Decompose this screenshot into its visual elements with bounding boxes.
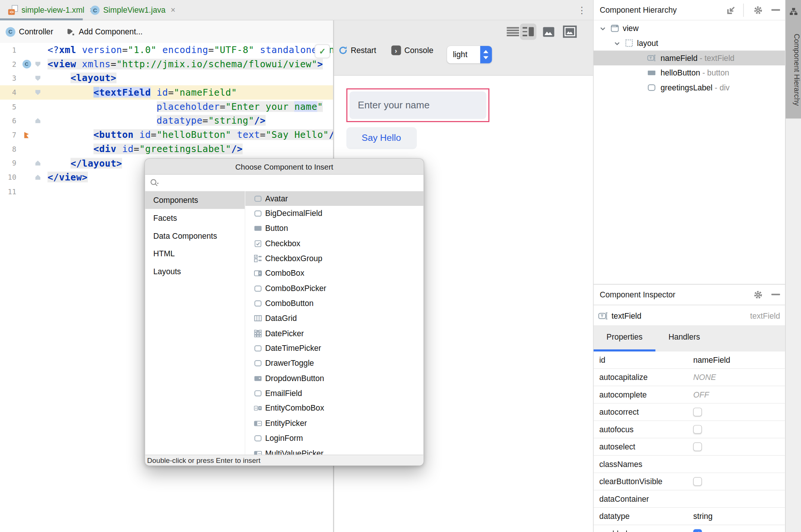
- textfield-icon: [598, 311, 608, 321]
- scroll-to-source-icon[interactable]: [726, 5, 736, 15]
- checkbox-autoselect[interactable]: [693, 442, 702, 451]
- search-icon: [150, 178, 160, 188]
- popup-item-loginform[interactable]: LoginForm: [245, 431, 423, 446]
- popup-item-datagrid[interactable]: DataGrid: [245, 311, 423, 326]
- say-hello-button-preview[interactable]: Say Hello: [346, 127, 417, 149]
- checkbox-enabled[interactable]: ✓: [693, 529, 702, 532]
- popup-search-field[interactable]: [145, 175, 423, 191]
- fold-marker-icon[interactable]: [33, 175, 43, 180]
- fold-marker-icon[interactable]: [33, 76, 43, 81]
- tree-node-greetingslabel[interactable]: greetingsLabel - div: [594, 80, 785, 95]
- popup-item-datepicker[interactable]: DatePicker: [245, 326, 423, 341]
- property-name: autocorrect: [599, 407, 639, 417]
- popup-item-avatar[interactable]: Avatar: [245, 191, 423, 206]
- code-line-8[interactable]: 8 <div id="greetingsLabel"/>: [0, 142, 333, 156]
- hide-panel-icon[interactable]: [771, 9, 780, 11]
- restart-button[interactable]: Restart: [338, 46, 377, 55]
- property-value[interactable]: OFF: [693, 390, 709, 399]
- hide-panel-icon[interactable]: [771, 294, 780, 295]
- stripe-tab-label: Component Hierarchy: [786, 22, 801, 117]
- node-label: view: [623, 24, 638, 33]
- code-line-2[interactable]: 2C<view xmlns="http://jmix.io/schema/flo…: [0, 57, 333, 71]
- popup-category-html[interactable]: HTML: [145, 245, 245, 263]
- preview-toolbar: Restart › Console light: [334, 21, 593, 76]
- controller-button[interactable]: C Controller: [6, 27, 53, 37]
- popup-item-bigdecimalfield[interactable]: BigDecimalField: [245, 206, 423, 221]
- code-line-1[interactable]: 1<?xml version="1.0" encoding="UTF-8" st…: [0, 43, 333, 57]
- popup-item-emailfield[interactable]: EmailField: [245, 386, 423, 401]
- fold-marker-icon[interactable]: [33, 118, 43, 123]
- popup-category-layouts[interactable]: Layouts: [145, 263, 245, 281]
- code-line-4[interactable]: 4 <textField id="nameField": [0, 85, 333, 99]
- gear-icon[interactable]: [753, 5, 763, 15]
- fold-marker-icon[interactable]: [33, 62, 43, 67]
- popup-item-entitypicker[interactable]: EntityPicker: [245, 416, 423, 431]
- tree-node-view[interactable]: view: [594, 21, 785, 36]
- component-hierarchy-stripe-tab[interactable]: Component Hierarchy: [786, 0, 801, 118]
- popup-item-combobox[interactable]: ComboBox: [245, 266, 423, 281]
- console-label: Console: [404, 46, 433, 55]
- property-value[interactable]: NONE: [693, 372, 716, 382]
- popup-item-checkbox[interactable]: Checkbox: [245, 236, 423, 251]
- console-button[interactable]: › Console: [391, 46, 433, 55]
- tab-handlers[interactable]: Handlers: [655, 326, 713, 351]
- line-number: 1: [0, 46, 21, 54]
- component-type: textField: [750, 306, 780, 327]
- fold-marker-icon[interactable]: [33, 90, 43, 95]
- checkbox-clearbuttonvisible[interactable]: [693, 477, 702, 486]
- item-label: Avatar: [265, 194, 288, 203]
- kebab-menu-icon[interactable]: ⋮: [576, 4, 587, 17]
- chevron-down-icon[interactable]: [613, 39, 621, 47]
- outline-component-icon: [254, 359, 262, 368]
- popup-item-entitycombobox[interactable]: EntityComboBox: [245, 401, 423, 416]
- code-line-3[interactable]: 3 <layout>: [0, 71, 333, 86]
- item-label: LoginForm: [265, 434, 303, 443]
- line-number: 2: [0, 60, 21, 68]
- popup-item-button[interactable]: Button: [245, 221, 423, 236]
- popup-item-combobutton[interactable]: ComboButton: [245, 296, 423, 311]
- theme-select[interactable]: light: [447, 46, 492, 63]
- controller-class-gutter-icon[interactable]: C: [21, 60, 33, 68]
- popup-category-facets[interactable]: Facets: [145, 209, 245, 227]
- view-mode-split-button[interactable]: [520, 24, 536, 40]
- chevron-down-icon[interactable]: [599, 24, 607, 33]
- checkbox-autofocus[interactable]: [693, 425, 702, 434]
- tree-node-layout[interactable]: layout: [594, 36, 785, 51]
- view-mode-preview-icon[interactable]: [543, 27, 554, 37]
- tree-node-hellobutton[interactable]: helloButton - button: [594, 65, 785, 80]
- code-text: </view>: [43, 170, 88, 185]
- dategrid-component-icon: [254, 330, 262, 338]
- popup-item-drawertoggle[interactable]: DrawerToggle: [245, 356, 423, 371]
- inspections-ok-widget[interactable]: ✓: [315, 44, 330, 58]
- entity-component-icon: [254, 419, 262, 427]
- popup-item-comboboxpicker[interactable]: ComboBoxPicker: [245, 281, 423, 296]
- checkbox-autocorrect[interactable]: [693, 408, 702, 416]
- property-value[interactable]: nameField: [693, 355, 730, 365]
- view-mode-editor-only-icon[interactable]: [507, 27, 519, 36]
- popup-item-multivaluepicker[interactable]: MultiValuePicker: [245, 446, 423, 454]
- dropdown-component-icon: [254, 374, 262, 383]
- property-value[interactable]: string: [693, 511, 712, 521]
- name-input-preview[interactable]: Enter your name: [349, 92, 486, 119]
- item-label: DrawerToggle: [265, 359, 314, 368]
- tab-simple-view-xml[interactable]: <> simple-view-1.xml ×: [3, 0, 99, 20]
- tree-node-namefield[interactable]: nameField - textField: [594, 50, 785, 65]
- popup-item-checkboxgroup[interactable]: CheckboxGroup: [245, 251, 423, 266]
- popup-category-components[interactable]: Components: [145, 191, 245, 209]
- view-mode-preview-framed-icon[interactable]: [563, 25, 576, 38]
- popup-category-data-components[interactable]: Data Components: [145, 227, 245, 245]
- tab-properties[interactable]: Properties: [594, 326, 655, 351]
- add-component-button[interactable]: Add Component...: [67, 27, 143, 36]
- code-line-7[interactable]: 7 <button id="helloButton" text="Say Hel…: [0, 128, 333, 142]
- tab-simpleview-java[interactable]: C SimpleView1.java ×: [85, 0, 180, 20]
- fold-marker-icon[interactable]: [33, 161, 43, 166]
- bookmark-gutter-icon[interactable]: [21, 131, 33, 139]
- close-icon[interactable]: ×: [171, 5, 176, 15]
- gear-icon[interactable]: [753, 290, 763, 300]
- popup-item-dropdownbutton[interactable]: DropdownButton: [245, 371, 423, 386]
- code-line-5[interactable]: 5 placeholder="Enter your name": [0, 99, 333, 114]
- popup-item-datetimepicker[interactable]: DateTimePicker: [245, 341, 423, 356]
- code-line-6[interactable]: 6 datatype="string"/>: [0, 114, 333, 128]
- panel-title: Component Hierarchy: [600, 0, 677, 21]
- component-item-list: AvatarBigDecimalFieldButtonCheckboxCheck…: [245, 191, 423, 455]
